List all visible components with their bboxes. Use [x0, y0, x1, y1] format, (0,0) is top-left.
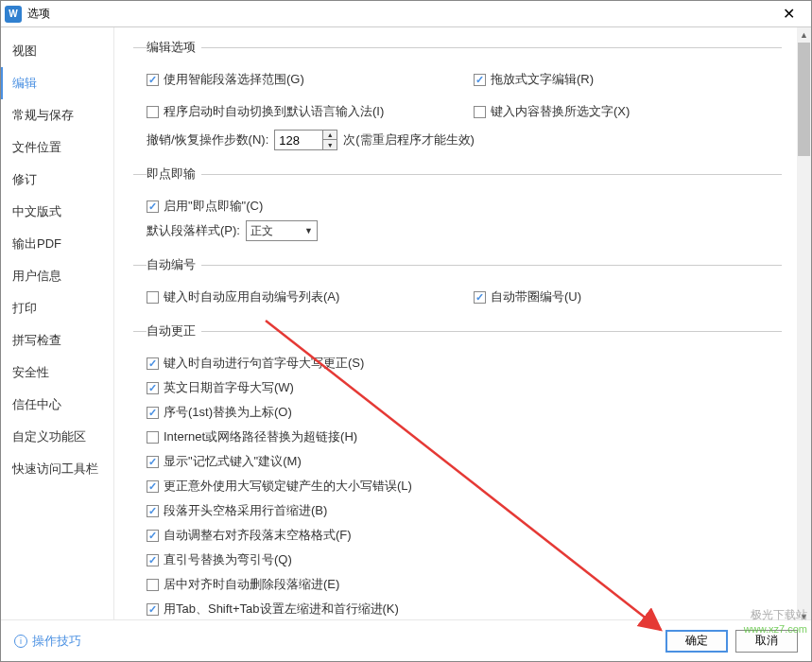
ok-button[interactable]: 确定: [665, 630, 728, 653]
sidebar-item-spellcheck[interactable]: 拼写检查: [1, 324, 113, 357]
undo-steps-label: 撤销/恢复操作步数(N):: [147, 131, 268, 148]
scrollbar-thumb[interactable]: [798, 43, 810, 156]
opt-drag-drop-text[interactable]: 拖放式文字编辑(R): [474, 71, 594, 88]
sidebar-item-quick-access[interactable]: 快速访问工具栏: [1, 453, 113, 485]
opt-auto-switch-ime[interactable]: 程序启动时自动切换到默认语言输入法(I): [147, 103, 384, 120]
opt-auto-numbered-list[interactable]: 键入时自动应用自动编号列表(A): [147, 288, 339, 305]
app-logo: W: [5, 6, 22, 23]
sidebar-item-print[interactable]: 打印: [1, 292, 113, 324]
undo-steps-note: 次(需重启程序才能生效): [343, 131, 475, 148]
default-para-style-label: 默认段落样式(P):: [147, 222, 240, 239]
options-scroll-area: 编辑选项 使用智能段落选择范围(G) 拖放式文字编辑(R) 程序启动时自动切换到…: [114, 27, 797, 661]
opt-smart-quotes[interactable]: 直引号替换为弯引号(Q): [147, 551, 292, 568]
undo-steps-value[interactable]: [275, 133, 322, 148]
undo-steps-input[interactable]: ▲▼: [274, 130, 337, 150]
opt-adjust-rightalign-space[interactable]: 自动调整右对齐段落末空格格式(F): [147, 527, 352, 544]
sidebar-item-revision[interactable]: 修订: [1, 164, 113, 196]
opt-remove-indent-center[interactable]: 居中对齐时自动删除段落缩进(E): [147, 576, 339, 593]
group-auto-number: 自动编号 键入时自动应用自动编号列表(A) 自动带圈编号(U): [133, 256, 782, 319]
opt-correct-capslock[interactable]: 更正意外使用大写锁定键产生的大小写错误(L): [147, 478, 412, 495]
spin-up-icon[interactable]: ▲: [323, 131, 337, 140]
lightbulb-icon: i: [14, 635, 27, 648]
opt-ordinal-superscript[interactable]: 序号(1st)替换为上标(O): [147, 404, 292, 421]
sidebar-item-trust-center[interactable]: 信任中心: [1, 389, 113, 421]
group-edit-legend: 编辑选项: [147, 39, 201, 56]
sidebar: 视图 编辑 常规与保存 文件位置 修订 中文版式 输出PDF 用户信息 打印 拼…: [1, 27, 114, 661]
spin-down-icon[interactable]: ▼: [323, 140, 337, 149]
sidebar-item-file-location[interactable]: 文件位置: [1, 131, 113, 164]
opt-tab-indent[interactable]: 用Tab、Shift+Tab设置左缩进和首行缩进(K): [147, 601, 399, 618]
sidebar-item-view[interactable]: 视图: [1, 35, 113, 67]
group-clicktype-legend: 即点即输: [147, 166, 201, 183]
group-click-type: 即点即输 启用"即点即输"(C) 默认段落样式(P): 正文▼: [133, 166, 782, 253]
opt-capitalize-sentence[interactable]: 键入时自动进行句首字母大写更正(S): [147, 355, 364, 372]
scroll-up-icon[interactable]: ▲: [797, 27, 811, 42]
opt-smart-paragraph[interactable]: 使用智能段落选择范围(G): [147, 71, 304, 88]
chevron-down-icon: ▼: [304, 226, 313, 235]
scrollbar-track[interactable]: ▲ ▼: [797, 27, 811, 623]
opt-autocomplete-suggest[interactable]: 显示"记忆式键入"建议(M): [147, 453, 302, 470]
opt-internet-hyperlink[interactable]: Internet或网络路径替换为超链接(H): [147, 428, 357, 445]
opt-enable-clicktype[interactable]: 启用"即点即输"(C): [147, 198, 263, 215]
group-autocorrect-legend: 自动更正: [147, 322, 201, 340]
opt-typing-replace-sel[interactable]: 键入内容替换所选文字(X): [474, 103, 630, 120]
opt-capitalize-days[interactable]: 英文日期首字母大写(W): [147, 379, 294, 396]
opt-firstline-indent-space[interactable]: 段落开头空格采用行首缩进(B): [147, 502, 327, 519]
sidebar-item-edit[interactable]: 编辑: [1, 67, 113, 99]
cancel-button[interactable]: 取消: [735, 630, 798, 653]
default-para-style-select[interactable]: 正文▼: [246, 220, 318, 241]
group-autonum-legend: 自动编号: [147, 256, 201, 273]
group-autocorrect: 自动更正 键入时自动进行句首字母大写更正(S) 英文日期首字母大写(W) 序号(…: [133, 322, 782, 631]
sidebar-item-chinese-layout[interactable]: 中文版式: [1, 196, 113, 228]
sidebar-item-output-pdf[interactable]: 输出PDF: [1, 228, 113, 260]
sidebar-item-security[interactable]: 安全性: [1, 357, 113, 389]
sidebar-item-general-save[interactable]: 常规与保存: [1, 99, 113, 131]
tips-link[interactable]: i 操作技巧: [14, 633, 81, 650]
dialog-title: 选项: [27, 6, 50, 22]
group-edit-options: 编辑选项 使用智能段落选择范围(G) 拖放式文字编辑(R) 程序启动时自动切换到…: [133, 39, 782, 162]
sidebar-item-user-info[interactable]: 用户信息: [1, 260, 113, 292]
sidebar-item-custom-ribbon[interactable]: 自定义功能区: [1, 421, 113, 453]
close-icon[interactable]: ✕: [769, 5, 807, 23]
opt-auto-circled-number[interactable]: 自动带圈编号(U): [474, 288, 581, 305]
